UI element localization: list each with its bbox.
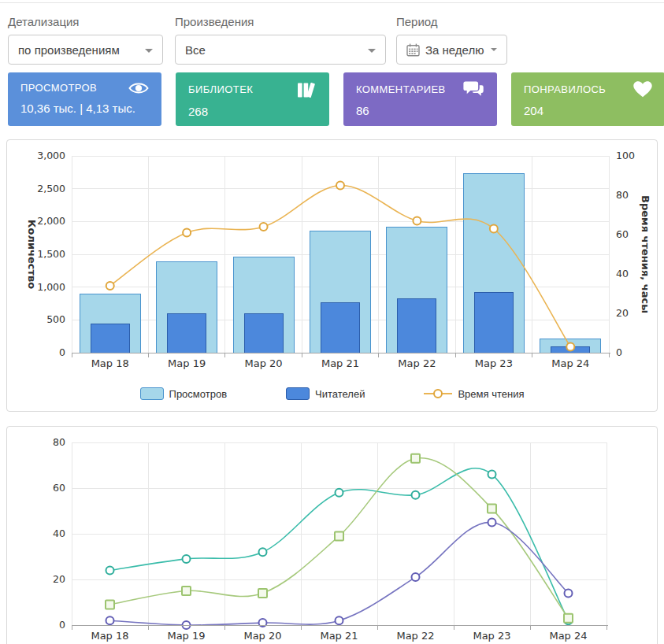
svg-text:500: 500 bbox=[46, 313, 65, 325]
readers-swatch bbox=[286, 387, 310, 400]
legend-item-readers[interactable]: Читателей bbox=[286, 387, 365, 400]
svg-text:Мар 20: Мар 20 bbox=[245, 357, 283, 369]
svg-text:Мар 23: Мар 23 bbox=[473, 630, 510, 642]
svg-text:80: 80 bbox=[53, 436, 65, 448]
views-swatch bbox=[140, 387, 164, 400]
likes-card-value: 204 bbox=[524, 104, 652, 117]
legend-label-views: Просмотров bbox=[169, 388, 228, 400]
svg-text:1,000: 1,000 bbox=[37, 281, 65, 293]
works-filter-label: Произведения bbox=[175, 15, 254, 28]
svg-text:2,500: 2,500 bbox=[37, 183, 65, 194]
svg-text:Мар 18: Мар 18 bbox=[91, 630, 128, 642]
svg-text:Мар 24: Мар 24 bbox=[549, 630, 587, 642]
views-card-value: 10,36 тыс. | 4,13 тыс. bbox=[20, 102, 149, 115]
svg-text:Мар 18: Мар 18 bbox=[91, 357, 129, 369]
detail-select[interactable]: по произведениям bbox=[8, 35, 163, 65]
detail-filter-label: Детализация bbox=[8, 15, 80, 28]
svg-text:Мар 22: Мар 22 bbox=[398, 357, 436, 369]
eye-icon bbox=[128, 81, 149, 95]
comments-card-value: 86 bbox=[356, 104, 484, 117]
legend-item-reading-time[interactable]: Время чтения bbox=[424, 387, 524, 400]
chevron-down-icon bbox=[491, 48, 497, 51]
libraries-card: БИБЛИОТЕК 268 bbox=[176, 72, 329, 126]
views-card: ПРОСМОТРОВ 10,36 тыс. | 4,13 тыс. bbox=[8, 72, 161, 126]
line-marker-icon bbox=[424, 387, 452, 400]
svg-text:Мар 21: Мар 21 bbox=[321, 357, 359, 369]
svg-text:20: 20 bbox=[53, 573, 65, 585]
comments-card-title: КОММЕНТАРИЕВ bbox=[356, 83, 446, 97]
comments-card: КОММЕНТАРИЕВ 86 bbox=[343, 72, 497, 126]
svg-text:60: 60 bbox=[616, 228, 629, 240]
svg-text:Мар 21: Мар 21 bbox=[320, 630, 358, 642]
period-filter-label: Период bbox=[396, 15, 438, 28]
svg-text:0: 0 bbox=[616, 346, 622, 358]
legend-item-views[interactable]: Просмотров bbox=[140, 387, 228, 400]
svg-text:60: 60 bbox=[53, 482, 65, 494]
combo-chart: 05001,0001,5002,0002,5003,00002040608010… bbox=[7, 140, 657, 414]
svg-text:Мар 20: Мар 20 bbox=[243, 630, 281, 642]
svg-text:100: 100 bbox=[616, 150, 635, 161]
lines-chart-panel: 020406080Мар 18Мар 19Мар 20Мар 21Мар 22М… bbox=[6, 426, 658, 644]
period-button-value: За неделю bbox=[425, 43, 484, 57]
heart-icon bbox=[633, 81, 652, 98]
books-icon bbox=[297, 81, 317, 98]
svg-text:20: 20 bbox=[616, 307, 629, 319]
svg-text:3,000: 3,000 bbox=[37, 150, 65, 161]
svg-text:0: 0 bbox=[59, 619, 65, 631]
svg-text:Количество: Количество bbox=[26, 220, 38, 289]
views-card-title: ПРОСМОТРОВ bbox=[20, 81, 97, 95]
likes-card: ПОНРАВИЛОСЬ 204 bbox=[511, 72, 664, 126]
svg-text:Мар 23: Мар 23 bbox=[475, 357, 513, 369]
likes-card-title: ПОНРАВИЛОСЬ bbox=[524, 83, 606, 97]
svg-text:Мар 19: Мар 19 bbox=[167, 630, 205, 642]
svg-text:1,500: 1,500 bbox=[37, 248, 65, 260]
comments-icon bbox=[463, 81, 484, 98]
svg-text:2,000: 2,000 bbox=[37, 215, 65, 227]
top-divider bbox=[0, 2, 664, 3]
svg-text:40: 40 bbox=[616, 268, 629, 279]
libraries-card-value: 268 bbox=[188, 105, 317, 118]
works-select[interactable]: Все bbox=[175, 35, 386, 65]
svg-text:Мар 22: Мар 22 bbox=[396, 630, 434, 642]
legend-label-reading-time: Время чтения bbox=[458, 388, 524, 400]
svg-text:Время чтения, часы: Время чтения, часы bbox=[640, 195, 651, 313]
works-select-value: Все bbox=[185, 43, 206, 57]
chevron-down-icon bbox=[145, 49, 153, 53]
chart-legend: Просмотров Читателей Время чтения bbox=[7, 387, 657, 400]
svg-text:0: 0 bbox=[59, 346, 65, 358]
lines-chart: 020406080Мар 18Мар 19Мар 20Мар 21Мар 22М… bbox=[7, 427, 657, 644]
svg-text:40: 40 bbox=[53, 527, 65, 539]
svg-text:Мар 19: Мар 19 bbox=[168, 357, 206, 369]
detail-select-value: по произведениям bbox=[18, 43, 120, 57]
calendar-icon bbox=[406, 43, 420, 57]
chevron-down-icon bbox=[368, 49, 376, 53]
period-button[interactable]: За неделю bbox=[396, 35, 507, 65]
libraries-card-title: БИБЛИОТЕК bbox=[188, 83, 253, 97]
svg-text:80: 80 bbox=[616, 189, 629, 201]
legend-label-readers: Читателей bbox=[315, 388, 365, 400]
svg-text:Мар 24: Мар 24 bbox=[551, 357, 589, 369]
views-readers-chart-panel: 05001,0001,5002,0002,5003,00002040608010… bbox=[6, 139, 658, 412]
